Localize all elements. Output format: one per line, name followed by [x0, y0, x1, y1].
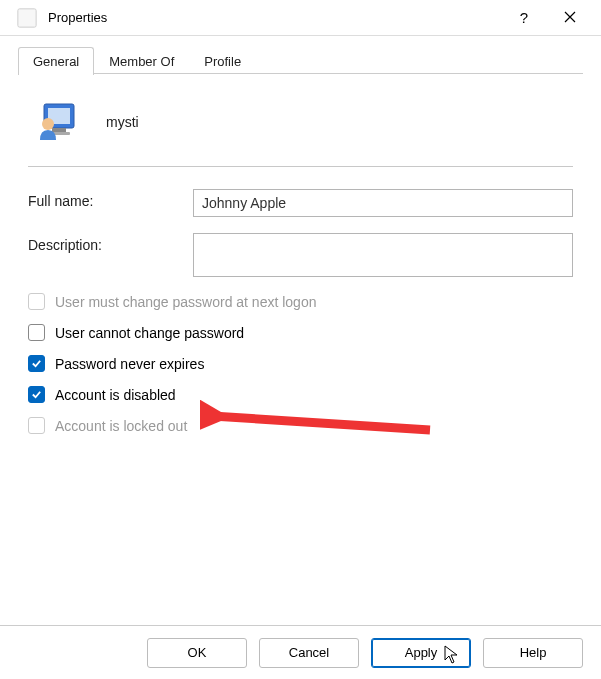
check-must-change-password: User must change password at next logon — [28, 293, 573, 310]
check-label: User cannot change password — [55, 325, 244, 341]
description-input[interactable] — [193, 233, 573, 277]
tab-profile[interactable]: Profile — [189, 47, 256, 75]
checkbox-icon — [28, 355, 45, 372]
help-icon: ? — [520, 9, 528, 26]
svg-point-5 — [42, 118, 54, 130]
user-header: mysti — [34, 98, 573, 146]
close-button[interactable] — [547, 2, 593, 34]
apply-button[interactable]: Apply — [371, 638, 471, 668]
checkbox-icon — [28, 386, 45, 403]
check-label: Account is locked out — [55, 418, 187, 434]
svg-rect-3 — [52, 128, 66, 132]
app-icon — [16, 7, 38, 29]
checkbox-group: User must change password at next logon … — [28, 293, 573, 434]
check-account-locked: Account is locked out — [28, 417, 573, 434]
full-name-input[interactable] — [193, 189, 573, 217]
title-bar: Properties ? — [0, 0, 601, 36]
button-bar: OK Cancel Apply Help — [0, 625, 601, 679]
general-pane: mysti Full name: Description: User must … — [0, 74, 601, 434]
check-cannot-change-password[interactable]: User cannot change password — [28, 324, 573, 341]
help-button[interactable]: ? — [501, 2, 547, 34]
tab-general[interactable]: General — [18, 47, 94, 75]
user-icon — [34, 98, 82, 146]
username-label: mysti — [106, 114, 139, 130]
check-label: Account is disabled — [55, 387, 176, 403]
full-name-label: Full name: — [28, 189, 193, 209]
checkbox-icon — [28, 293, 45, 310]
window-title: Properties — [48, 10, 107, 25]
svg-rect-0 — [18, 8, 36, 26]
checkbox-icon — [28, 324, 45, 341]
divider — [28, 166, 573, 167]
check-label: Password never expires — [55, 356, 204, 372]
description-label: Description: — [28, 233, 193, 253]
tab-member-of[interactable]: Member Of — [94, 47, 189, 75]
full-name-row: Full name: — [28, 189, 573, 217]
description-row: Description: — [28, 233, 573, 277]
tab-strip: General Member Of Profile — [0, 40, 601, 74]
close-icon — [564, 9, 576, 26]
check-label: User must change password at next logon — [55, 294, 316, 310]
ok-button[interactable]: OK — [147, 638, 247, 668]
check-account-disabled[interactable]: Account is disabled — [28, 386, 573, 403]
checkbox-icon — [28, 417, 45, 434]
check-password-never-expires[interactable]: Password never expires — [28, 355, 573, 372]
cancel-button[interactable]: Cancel — [259, 638, 359, 668]
cursor-icon — [444, 645, 460, 665]
help-button-footer[interactable]: Help — [483, 638, 583, 668]
